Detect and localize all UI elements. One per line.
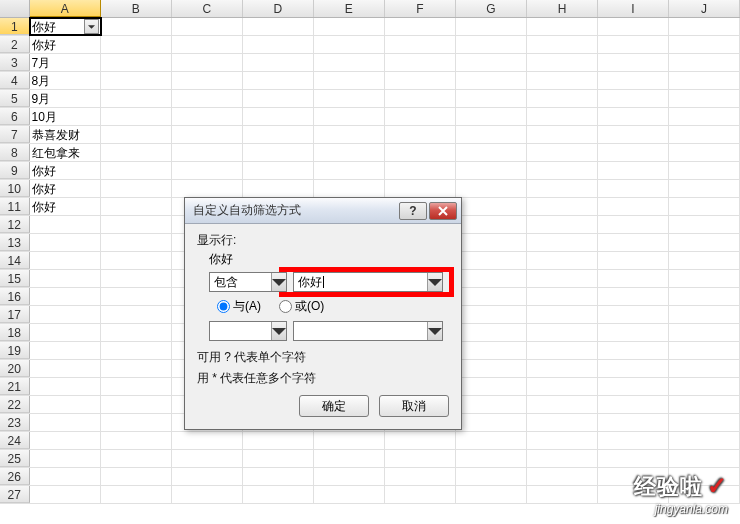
cell-C25[interactable] — [172, 450, 243, 467]
dialog-titlebar[interactable]: 自定义自动筛选方式 ? — [185, 198, 461, 224]
cell-A3[interactable]: 7月 — [30, 54, 101, 71]
cell-J17[interactable] — [669, 306, 740, 323]
operator-1-combo[interactable]: 包含 — [209, 272, 287, 292]
close-button[interactable] — [429, 202, 457, 220]
cell-F26[interactable] — [385, 468, 456, 485]
row-header[interactable]: 26 — [0, 468, 30, 485]
cell-B7[interactable] — [101, 126, 172, 143]
cell-I16[interactable] — [598, 288, 669, 305]
row-header[interactable]: 23 — [0, 414, 30, 431]
cell-B17[interactable] — [101, 306, 172, 323]
cell-I21[interactable] — [598, 378, 669, 395]
cell-D26[interactable] — [243, 468, 314, 485]
cell-H4[interactable] — [527, 72, 598, 89]
cell-H5[interactable] — [527, 90, 598, 107]
cell-B26[interactable] — [101, 468, 172, 485]
row-header[interactable]: 2 — [0, 36, 30, 53]
cell-D5[interactable] — [243, 90, 314, 107]
cell-H19[interactable] — [527, 342, 598, 359]
cell-G22[interactable] — [456, 396, 527, 413]
cell-H26[interactable] — [527, 468, 598, 485]
cell-G1[interactable] — [456, 18, 527, 35]
cell-C26[interactable] — [172, 468, 243, 485]
row-header[interactable]: 18 — [0, 324, 30, 341]
operator-2-combo[interactable] — [209, 321, 287, 341]
cell-B21[interactable] — [101, 378, 172, 395]
cell-I19[interactable] — [598, 342, 669, 359]
cell-I8[interactable] — [598, 144, 669, 161]
cell-G25[interactable] — [456, 450, 527, 467]
and-radio-label[interactable]: 与(A) — [217, 298, 261, 315]
cell-J2[interactable] — [669, 36, 740, 53]
cell-G14[interactable] — [456, 252, 527, 269]
cell-H25[interactable] — [527, 450, 598, 467]
cell-A6[interactable]: 10月 — [30, 108, 101, 125]
cell-A1[interactable]: 你好 — [30, 18, 101, 35]
cell-G5[interactable] — [456, 90, 527, 107]
row-header[interactable]: 5 — [0, 90, 30, 107]
cell-C3[interactable] — [172, 54, 243, 71]
cell-I13[interactable] — [598, 234, 669, 251]
cell-H13[interactable] — [527, 234, 598, 251]
cell-J13[interactable] — [669, 234, 740, 251]
cell-C8[interactable] — [172, 144, 243, 161]
value-2-combo[interactable] — [293, 321, 443, 341]
cell-J5[interactable] — [669, 90, 740, 107]
row-header[interactable]: 19 — [0, 342, 30, 359]
cell-F9[interactable] — [385, 162, 456, 179]
cell-J6[interactable] — [669, 108, 740, 125]
cell-F2[interactable] — [385, 36, 456, 53]
row-header[interactable]: 17 — [0, 306, 30, 323]
col-header-H[interactable]: H — [527, 0, 598, 17]
cell-A4[interactable]: 8月 — [30, 72, 101, 89]
col-header-J[interactable]: J — [669, 0, 740, 17]
cell-I15[interactable] — [598, 270, 669, 287]
cell-A14[interactable] — [30, 252, 101, 269]
cell-B12[interactable] — [101, 216, 172, 233]
cell-H17[interactable] — [527, 306, 598, 323]
row-header[interactable]: 13 — [0, 234, 30, 251]
row-header[interactable]: 10 — [0, 180, 30, 197]
cell-J7[interactable] — [669, 126, 740, 143]
cell-I18[interactable] — [598, 324, 669, 341]
cell-J21[interactable] — [669, 378, 740, 395]
cell-C5[interactable] — [172, 90, 243, 107]
cell-H22[interactable] — [527, 396, 598, 413]
cell-B19[interactable] — [101, 342, 172, 359]
cell-J1[interactable] — [669, 18, 740, 35]
cell-J25[interactable] — [669, 450, 740, 467]
cell-D27[interactable] — [243, 486, 314, 503]
cell-G19[interactable] — [456, 342, 527, 359]
cell-I26[interactable] — [598, 468, 669, 485]
cell-J23[interactable] — [669, 414, 740, 431]
cell-G24[interactable] — [456, 432, 527, 449]
col-header-F[interactable]: F — [385, 0, 456, 17]
cell-H9[interactable] — [527, 162, 598, 179]
cell-A22[interactable] — [30, 396, 101, 413]
cell-B4[interactable] — [101, 72, 172, 89]
cell-G13[interactable] — [456, 234, 527, 251]
cell-D8[interactable] — [243, 144, 314, 161]
cell-E27[interactable] — [314, 486, 385, 503]
cell-A21[interactable] — [30, 378, 101, 395]
cell-J19[interactable] — [669, 342, 740, 359]
cell-G18[interactable] — [456, 324, 527, 341]
cell-J24[interactable] — [669, 432, 740, 449]
cell-C7[interactable] — [172, 126, 243, 143]
cell-I24[interactable] — [598, 432, 669, 449]
and-radio[interactable] — [217, 300, 230, 313]
cell-I10[interactable] — [598, 180, 669, 197]
or-radio-label[interactable]: 或(O) — [279, 298, 324, 315]
cell-E8[interactable] — [314, 144, 385, 161]
cell-J3[interactable] — [669, 54, 740, 71]
cell-A9[interactable]: 你好 — [30, 162, 101, 179]
cell-E4[interactable] — [314, 72, 385, 89]
cell-G21[interactable] — [456, 378, 527, 395]
cell-F5[interactable] — [385, 90, 456, 107]
row-header[interactable]: 27 — [0, 486, 30, 503]
cell-H3[interactable] — [527, 54, 598, 71]
cell-B24[interactable] — [101, 432, 172, 449]
cell-C24[interactable] — [172, 432, 243, 449]
cell-C9[interactable] — [172, 162, 243, 179]
cell-B13[interactable] — [101, 234, 172, 251]
